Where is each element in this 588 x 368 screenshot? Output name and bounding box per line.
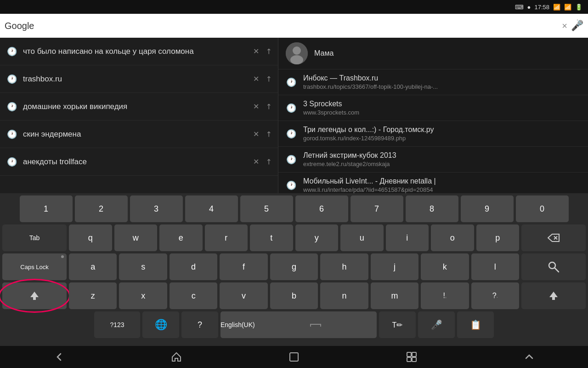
key-backspace[interactable] (521, 224, 586, 251)
suggestion-arrow-1[interactable]: ↗ (263, 74, 274, 84)
key-t[interactable]: t (250, 224, 293, 251)
recent-item-2[interactable]: 🕐 3 Sprockets www.3sprockets.com (278, 95, 588, 121)
key-5[interactable]: 5 (240, 196, 293, 222)
key-e[interactable]: e (159, 224, 203, 251)
suggestion-item-0[interactable]: 🕐 что было написано на кольце у царя сол… (0, 38, 278, 65)
suggestion-close-1[interactable]: ✕ (253, 75, 259, 83)
history-icon-r4: 🕐 (286, 155, 297, 165)
key-4[interactable]: 4 (185, 196, 238, 222)
suggestion-actions-2: ✕ ↗ (253, 102, 271, 111)
key-p[interactable]: p (476, 224, 520, 251)
history-icon-1: 🕐 (6, 74, 17, 84)
recent-item-1[interactable]: 🕐 Инбокс — Trashbox.ru trashbox.ru/topic… (278, 69, 588, 95)
key-b[interactable]: b (270, 282, 318, 309)
key-6[interactable]: 6 (295, 196, 348, 222)
key-r[interactable]: r (205, 224, 248, 251)
key-search[interactable] (521, 253, 586, 280)
key-o[interactable]: o (431, 224, 474, 251)
suggestion-close-3[interactable]: ✕ (253, 130, 259, 138)
nav-up-button[interactable] (515, 346, 543, 368)
bottom-navigation (0, 346, 588, 368)
suggestion-close-2[interactable]: ✕ (253, 102, 259, 111)
recent-title-1: Инбокс — Trashbox.ru (303, 74, 581, 82)
key-g[interactable]: g (270, 253, 318, 280)
recent-item-0[interactable]: Мама (278, 38, 588, 69)
key-2[interactable]: 2 (75, 196, 128, 222)
keyboard-row-asdf: Caps Lock a s d f g h j k l (0, 251, 588, 280)
suggestion-item-1[interactable]: 🕐 trashbox.ru ✕ ↗ (0, 65, 278, 93)
key-x[interactable]: x (119, 282, 167, 309)
key-m[interactable]: m (371, 282, 418, 309)
nav-recent-button[interactable] (280, 346, 308, 368)
suggestion-actions-4: ✕ ↗ (253, 157, 271, 166)
key-space[interactable]: English(UK) (220, 311, 377, 338)
key-j[interactable]: j (371, 253, 418, 280)
key-k[interactable]: k (421, 253, 469, 280)
key-clipboard[interactable]: 📋 (457, 311, 494, 338)
svg-point-1 (293, 46, 301, 55)
key-mic[interactable]: 🎤 (418, 311, 455, 338)
suggestion-arrow-4[interactable]: ↗ (263, 156, 274, 167)
history-icon-0: 🕐 (6, 46, 17, 57)
key-l[interactable]: l (471, 253, 519, 280)
key-caps-lock[interactable]: Caps Lock (2, 253, 67, 280)
suggestion-close-0[interactable]: ✕ (253, 47, 259, 56)
key-stylus[interactable]: T✏ (379, 311, 416, 338)
key-globe[interactable]: 🌐 (142, 311, 179, 338)
key-z[interactable]: z (69, 282, 117, 309)
key-w[interactable]: w (114, 224, 158, 251)
suggestion-close-4[interactable]: ✕ (253, 157, 259, 166)
key-shift-right[interactable] (521, 282, 586, 309)
time-display: 17:58 (534, 4, 549, 11)
key-d[interactable]: d (170, 253, 217, 280)
history-icon-r2: 🕐 (286, 103, 297, 113)
recent-item-3[interactable]: 🕐 Три легенды о кол...:) - Город.томск.р… (278, 121, 588, 147)
recent-item-5[interactable]: 🕐 Мобильный LiveInt... - Дневник netalla… (278, 172, 588, 193)
suggestion-arrow-2[interactable]: ↗ (263, 101, 274, 112)
key-a[interactable]: a (69, 253, 117, 280)
svg-rect-7 (290, 353, 298, 361)
nav-home-button[interactable] (163, 346, 190, 368)
suggestion-item-2[interactable]: 🕐 домашние хорьки википедия ✕ ↗ (0, 93, 278, 121)
recent-content-0: Мама (314, 49, 581, 58)
keyboard-row-numbers: 1 2 3 4 5 6 7 8 9 0 (0, 193, 588, 222)
suggestion-actions-3: ✕ ↗ (253, 130, 271, 138)
key-9[interactable]: 9 (461, 196, 514, 222)
recent-title-3: Три легенды о кол...:) - Город.томск.ру (303, 126, 581, 134)
key-q[interactable]: q (69, 224, 112, 251)
key-v[interactable]: v (220, 282, 267, 309)
recent-url-2: www.3sprockets.com (303, 109, 570, 116)
nav-back-button[interactable] (45, 346, 73, 368)
suggestion-item-4[interactable]: 🕐 анекдоты trollface ✕ ↗ (0, 148, 278, 176)
key-s[interactable]: s (119, 253, 167, 280)
recent-title-0: Мама (314, 49, 581, 58)
suggestion-text-3: скин эндермена (23, 130, 248, 139)
key-y[interactable]: y (295, 224, 339, 251)
key-1[interactable]: 1 (20, 196, 73, 222)
recent-item-4[interactable]: 🕐 Летний экстрим-кубок 2013 extreme.tele… (278, 147, 588, 172)
key-c[interactable]: c (170, 282, 217, 309)
key-i[interactable]: i (386, 224, 429, 251)
suggestion-item-3[interactable]: 🕐 скин эндермена ✕ ↗ (0, 121, 278, 148)
search-input[interactable] (5, 21, 558, 31)
key-shift-left[interactable] (2, 282, 67, 309)
search-clear-icon[interactable]: × (562, 21, 567, 31)
key-3[interactable]: 3 (130, 196, 183, 222)
nav-grid-button[interactable] (398, 346, 425, 368)
svg-rect-9 (412, 352, 416, 356)
key-8[interactable]: 8 (406, 196, 458, 222)
key-n[interactable]: n (320, 282, 368, 309)
key-f[interactable]: f (220, 253, 267, 280)
key-tab[interactable]: Tab (2, 224, 67, 251)
key-question-bottom[interactable]: ? (181, 311, 218, 338)
key-h[interactable]: h (320, 253, 368, 280)
key-num[interactable]: ?123 (94, 311, 140, 338)
key-u[interactable]: u (340, 224, 384, 251)
key-exclaim[interactable]: !, (421, 282, 469, 309)
menu-dots[interactable]: ⋮ (572, 17, 582, 29)
key-0[interactable]: 0 (516, 196, 569, 222)
key-7[interactable]: 7 (351, 196, 403, 222)
suggestion-arrow-3[interactable]: ↗ (263, 129, 274, 139)
suggestion-arrow-0[interactable]: ↗ (263, 46, 274, 57)
key-question[interactable]: ?. (471, 282, 519, 309)
